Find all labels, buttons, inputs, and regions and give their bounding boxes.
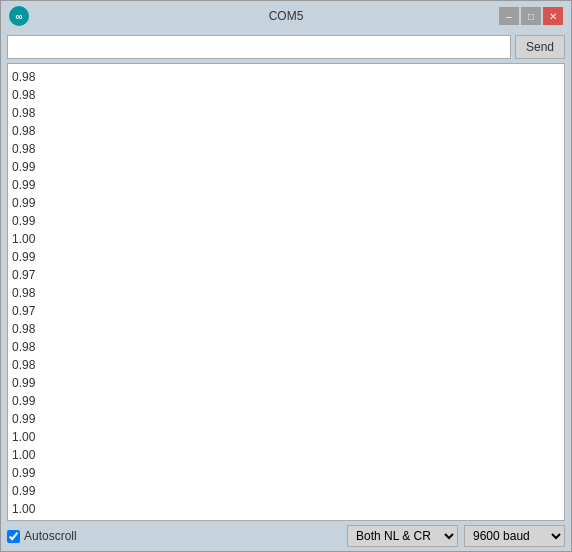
title-bar-controls: – □ ✕ — [499, 7, 563, 25]
serial-line: 0.98 — [12, 140, 560, 158]
logo-symbol: ∞ — [15, 11, 22, 22]
serial-line: 0.99 — [12, 374, 560, 392]
serial-line: 0.99 — [12, 392, 560, 410]
serial-line: 1.00 — [12, 500, 560, 518]
serial-line: 0.98 — [12, 104, 560, 122]
serial-line: 0.98 — [12, 320, 560, 338]
arduino-logo: ∞ — [9, 6, 29, 26]
serial-line: 0.98 — [12, 122, 560, 140]
serial-line: 0.98 — [12, 86, 560, 104]
window-title: COM5 — [269, 9, 304, 23]
autoscroll-area: Autoscroll — [7, 529, 77, 543]
serial-output[interactable]: 0.980.980.980.980.980.980.990.990.990.99… — [7, 63, 565, 521]
serial-line: 0.99 — [12, 176, 560, 194]
title-bar-left: ∞ — [9, 6, 29, 26]
autoscroll-checkbox[interactable] — [7, 530, 20, 543]
main-window: ∞ COM5 – □ ✕ Send 0.980.980.980.980.980.… — [0, 0, 572, 552]
toolbar: Send — [1, 31, 571, 63]
maximize-button[interactable]: □ — [521, 7, 541, 25]
serial-line: 0.97 — [12, 302, 560, 320]
serial-line: 0.99 — [12, 248, 560, 266]
status-bar: Autoscroll No line endingNewlineCarriage… — [1, 521, 571, 551]
serial-line: 0.99 — [12, 410, 560, 428]
serial-line: 0.97 — [12, 266, 560, 284]
send-button[interactable]: Send — [515, 35, 565, 59]
serial-line: 1.00 — [12, 230, 560, 248]
serial-line: 1.00 — [12, 428, 560, 446]
serial-line: 1.00 — [12, 446, 560, 464]
autoscroll-label: Autoscroll — [24, 529, 77, 543]
close-button[interactable]: ✕ — [543, 7, 563, 25]
serial-line: 0.98 — [12, 356, 560, 374]
serial-line: 0.99 — [12, 212, 560, 230]
serial-line: 0.99 — [12, 194, 560, 212]
title-bar: ∞ COM5 – □ ✕ — [1, 1, 571, 31]
serial-line: 0.99 — [12, 158, 560, 176]
send-input[interactable] — [7, 35, 511, 59]
minimize-button[interactable]: – — [499, 7, 519, 25]
serial-line: 0.98 — [12, 68, 560, 86]
serial-line: 0.99 — [12, 482, 560, 500]
line-ending-select[interactable]: No line endingNewlineCarriage returnBoth… — [347, 525, 458, 547]
serial-line: 0.98 — [12, 338, 560, 356]
serial-line: 0.99 — [12, 464, 560, 482]
serial-line: 0.98 — [12, 284, 560, 302]
baud-rate-select[interactable]: 300 baud1200 baud2400 baud4800 baud9600 … — [464, 525, 565, 547]
